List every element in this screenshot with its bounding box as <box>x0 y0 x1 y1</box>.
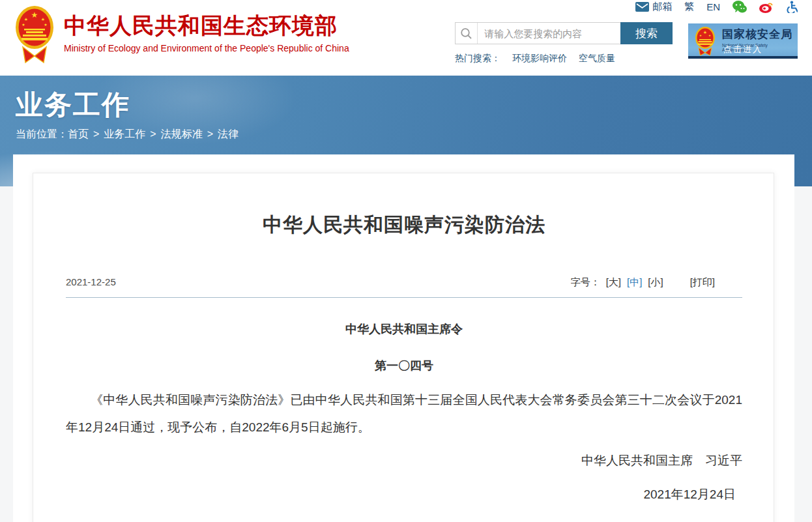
svg-text:★: ★ <box>24 17 28 22</box>
nuclear-badge-title: 国家核安全局 <box>722 27 798 42</box>
article-paragraph: 《中华人民共和国噪声污染防治法》已由中华人民共和国第十三届全国人民代表大会常务委… <box>66 386 742 441</box>
search-box: 搜索 <box>455 22 673 44</box>
mail-icon <box>635 2 649 12</box>
font-size-label: 字号： <box>571 275 600 289</box>
weibo-icon <box>759 1 774 13</box>
article-date: 2021-12-25 <box>66 275 116 289</box>
national-emblem-icon: ★ ★ ★ ★ ★ <box>14 4 55 68</box>
svg-text:★: ★ <box>703 30 707 35</box>
breadcrumb-regulations[interactable]: 法规标准 <box>161 128 203 139</box>
hot-search-row: 热门搜索： 环境影响评价 空气质量 <box>455 53 673 65</box>
breadcrumb-label: 当前位置： <box>16 128 68 139</box>
sign-date-line: 2021年12月24日 <box>66 487 742 502</box>
article-meta-row: 2021-12-25 字号： [大] [中] [小] [打印] <box>66 275 742 289</box>
font-size-medium-button[interactable]: [中] <box>627 275 642 289</box>
svg-text:★: ★ <box>41 17 45 22</box>
site-header: 邮箱 繁 EN ★ ★ ★ ★ <box>0 0 812 76</box>
presidential-order-title: 中华人民共和国主席令 <box>66 321 742 337</box>
hot-search-label: 热门搜索： <box>455 53 500 65</box>
print-button[interactable]: [打印] <box>690 275 715 289</box>
breadcrumb-separator: > <box>207 128 213 139</box>
font-size-small-button[interactable]: [小] <box>648 275 663 289</box>
signer-line: 中华人民共和国主席 习近平 <box>66 453 742 469</box>
mailbox-label: 邮箱 <box>652 1 672 13</box>
svg-text:★: ★ <box>31 10 38 20</box>
content-wrapper: 中华人民共和国噪声污染防治法 2021-12-25 字号： [大] [中] [小… <box>13 154 794 522</box>
search-input[interactable] <box>478 23 620 44</box>
breadcrumb-separator: > <box>93 128 99 139</box>
breadcrumb-business[interactable]: 业务工作 <box>104 128 145 139</box>
search-icon[interactable] <box>456 23 478 44</box>
svg-text:★: ★ <box>699 34 702 37</box>
svg-text:★: ★ <box>708 34 711 37</box>
svg-text:★: ★ <box>44 23 47 27</box>
site-title: 中华人民共和国生态环境部 <box>64 13 349 38</box>
breadcrumb: 当前位置：首页>业务工作>法规标准>法律 <box>16 128 239 141</box>
presidential-order-number: 第一〇四号 <box>66 358 742 373</box>
nuclear-safety-banner[interactable]: ★ ★ ★ 国家核安全局 National Nuclear Safety Adm… <box>688 23 798 59</box>
breadcrumb-separator: > <box>150 128 156 139</box>
hot-search-link-air[interactable]: 空气质量 <box>579 53 615 65</box>
wechat-link[interactable] <box>732 1 747 13</box>
accessibility-link[interactable] <box>786 1 798 13</box>
weibo-link[interactable] <box>759 1 774 13</box>
nuclear-enter-link[interactable]: 点击进入 <box>688 44 798 55</box>
meta-divider <box>66 297 742 298</box>
search-button[interactable]: 搜索 <box>620 22 673 44</box>
english-link[interactable]: EN <box>706 1 720 12</box>
mailbox-link[interactable]: 邮箱 <box>635 1 672 13</box>
nuclear-badge-strip <box>688 56 798 59</box>
breadcrumb-home[interactable]: 首页 <box>68 128 89 139</box>
article-card: 中华人民共和国噪声污染防治法 2021-12-25 字号： [大] [中] [小… <box>33 173 774 522</box>
wechat-icon <box>732 1 747 13</box>
svg-text:★: ★ <box>22 23 25 27</box>
site-logo[interactable]: ★ ★ ★ ★ ★ 中华人民共和国生态环境部 Ministry of Ecolo… <box>14 4 349 68</box>
page-title: 业务工作 <box>16 87 130 123</box>
font-size-large-button[interactable]: [大] <box>606 275 621 289</box>
search-area: 搜索 热门搜索： 环境影响评价 空气质量 <box>455 22 673 65</box>
accessibility-icon <box>786 1 798 13</box>
hot-search-link-eia[interactable]: 环境影响评价 <box>512 53 567 65</box>
utility-bar: 邮箱 繁 EN <box>635 0 798 13</box>
traditional-chinese-link[interactable]: 繁 <box>684 1 694 13</box>
breadcrumb-law[interactable]: 法律 <box>218 128 239 139</box>
article-title: 中华人民共和国噪声污染防治法 <box>66 211 742 239</box>
site-subtitle: Ministry of Ecology and Environment of t… <box>64 43 349 53</box>
